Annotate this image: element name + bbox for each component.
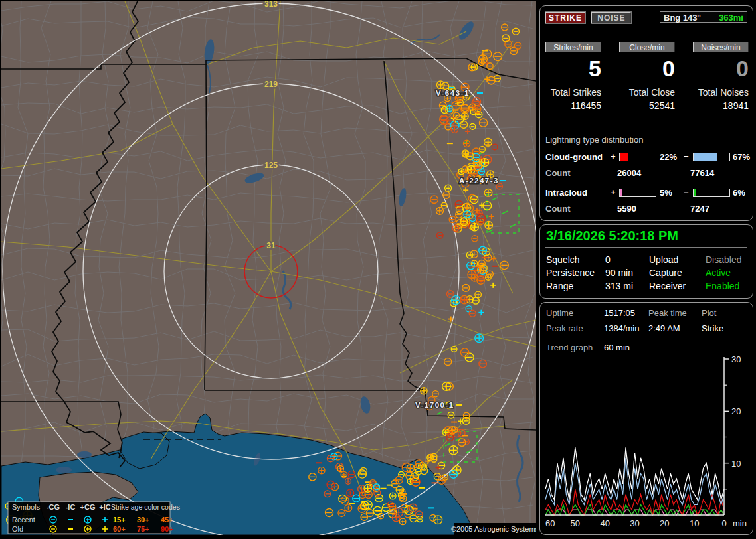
legend-row-label: Old <box>12 525 23 533</box>
ic-minus-sign: − <box>684 187 689 197</box>
legend-age-60+: 60+ <box>113 525 126 533</box>
legend-age-header: Strike age color codes <box>111 503 180 511</box>
total-strikes-value: 116455 <box>540 100 601 111</box>
map-canvas[interactable]: 31321912531V-643-1A-2247-3V-1700-1Symbol… <box>1 1 536 535</box>
session-row-2: Peak rate 1384/min 2:49 AM Strike <box>540 323 753 335</box>
session-row-1: Uptime 1517:05 Peak time Plot <box>540 308 753 320</box>
lightning-map[interactable]: 31321912531V-643-1A-2247-3V-1700-1Symbol… <box>1 1 536 535</box>
mode-row: STRIKE NOISE Bng 143° 363mi <box>545 11 747 23</box>
peak-rate-label: Peak rate <box>546 323 583 333</box>
cg-neg-bar-fill <box>694 153 717 161</box>
trend-series-strike-rate-total <box>545 447 724 499</box>
noise-mode-button[interactable]: NOISE <box>591 12 631 23</box>
legend-col-header: +IC <box>99 503 110 511</box>
status-row-2: Persistence 90 min Capture Active <box>540 268 753 279</box>
range-value: 313 mi <box>605 281 633 291</box>
cloud-ground-row: Cloud-ground + 22% − 67% <box>545 152 749 161</box>
trend-graph: 1020306050403020100min <box>543 356 751 531</box>
cg-neg-percent: 67% <box>733 152 750 162</box>
ic-plus-sign: + <box>611 187 616 197</box>
right-panel: STRIKE NOISE Bng 143° 363mi Strikes/min … <box>539 0 756 539</box>
squelch-value: 0 <box>605 254 611 265</box>
cloud-ground-label: Cloud-ground <box>545 152 609 162</box>
capture-label: Capture <box>649 268 682 278</box>
cg-pos-count: 26004 <box>617 168 641 178</box>
cg-neg-count: 77614 <box>690 168 714 178</box>
cg-count-label: Count <box>545 168 571 178</box>
noises-per-min-value: 0 <box>688 56 749 80</box>
trend-graph-window: 60 min <box>604 343 630 352</box>
trend-x-tick-label: 10 <box>690 518 699 528</box>
trend-x-tick-label: 50 <box>571 518 580 528</box>
peak-time-value: 2:49 AM <box>648 323 680 333</box>
upload-value: Disabled <box>706 254 741 265</box>
trend-y-tick-label: 20 <box>731 406 741 416</box>
ic-pos-count: 5590 <box>617 204 636 214</box>
storm-cell-label: V-643-1 <box>436 89 470 97</box>
noises-per-min-header: Noises/min <box>693 42 749 52</box>
range-label: Range <box>546 281 573 291</box>
datetime-display: 3/16/2026 5:20:18 PM <box>546 228 678 244</box>
ic-neg-percent: 6% <box>733 188 745 198</box>
ic-neg-count: 7247 <box>690 204 709 214</box>
ic-neg-bar-fill <box>694 189 696 196</box>
total-noises-label: Total Noises <box>688 87 749 98</box>
copyright-text: ©2005 Astrogenic Systems <box>451 525 536 533</box>
peak-time-label: Peak time <box>648 308 687 318</box>
strikes-per-min-value: 5 <box>540 56 601 80</box>
trend-x-tick-label: 30 <box>630 518 639 528</box>
receiver-value: Enabled <box>706 281 739 291</box>
bearing-label: Bng 143° <box>664 13 701 23</box>
range-ring-label: 125 <box>264 161 278 170</box>
ic-neg-bar <box>693 189 730 197</box>
storm-cell-label: A-2247-3 <box>459 177 499 185</box>
legend-age-75+: 75+ <box>137 525 149 533</box>
ic-pos-bar-fill <box>620 189 622 196</box>
capture-value: Active <box>706 268 731 278</box>
trend-y-tick-label: 10 <box>731 459 741 469</box>
status-panel: 3/16/2026 5:20:18 PM Squelch 0 Upload Di… <box>539 224 753 299</box>
intracloud-row: Intracloud + 5% − 6% <box>545 188 749 197</box>
trend-y-tick-label: 30 <box>731 356 741 364</box>
close-per-min-value: 0 <box>614 56 675 80</box>
legend-age-45+: 45+ <box>161 516 173 524</box>
legend-col-header: -CG <box>47 503 60 511</box>
map-legend: Symbols-CG-IC+CG+ICStrike age color code… <box>8 502 180 534</box>
close-per-min-header: Close/min <box>619 42 675 52</box>
uptime-value: 1517:05 <box>604 308 635 318</box>
distribution-title: Lightning type distribution <box>545 135 747 147</box>
datetime-separator <box>545 247 747 248</box>
upload-label: Upload <box>649 254 678 265</box>
cg-minus-sign: − <box>684 151 689 161</box>
legend-age-30+: 30+ <box>137 516 149 524</box>
total-close-value: 52541 <box>614 100 675 111</box>
storm-cell-label: V-1700-1 <box>415 401 454 409</box>
trend-x-tick-label: 20 <box>660 518 669 528</box>
trend-panel: Uptime 1517:05 Peak time Plot Peak rate … <box>539 302 753 535</box>
bearing-range: 363mi <box>719 12 743 23</box>
ic-pos-bar <box>619 189 656 197</box>
persistence-label: Persistence <box>546 268 595 278</box>
trend-plot <box>545 447 724 515</box>
strike-mode-button[interactable]: STRIKE <box>545 12 585 23</box>
bearing-readout: Bng 143° 363mi <box>660 11 747 23</box>
total-noises-value: 18941 <box>688 100 749 111</box>
strikes-per-min-header: Strikes/min <box>545 42 601 52</box>
ic-count-label: Count <box>545 204 571 214</box>
trend-x-unit: min <box>733 518 747 528</box>
cg-pos-percent: 22% <box>660 152 677 162</box>
peak-rate-value: 1384/min <box>604 323 639 333</box>
plot-value: Strike <box>702 323 723 333</box>
legend-row-label: Recent <box>12 516 35 524</box>
legend-age-15+: 15+ <box>113 516 126 524</box>
nexstorm-app: 31321912531V-643-1A-2247-3V-1700-1Symbol… <box>0 0 756 539</box>
trend-x-tick-label: 60 <box>545 518 555 528</box>
cg-pos-bar-fill <box>620 153 628 161</box>
trend-x-tick-label: 40 <box>600 518 609 528</box>
legend-col-header: -IC <box>66 503 76 511</box>
plot-label: Plot <box>702 308 716 318</box>
lake <box>77 451 92 458</box>
rates-panel: STRIKE NOISE Bng 143° 363mi Strikes/min … <box>539 5 753 221</box>
receiver-label: Receiver <box>649 281 686 291</box>
status-row-3: Range 313 mi Receiver Enabled <box>540 281 753 293</box>
